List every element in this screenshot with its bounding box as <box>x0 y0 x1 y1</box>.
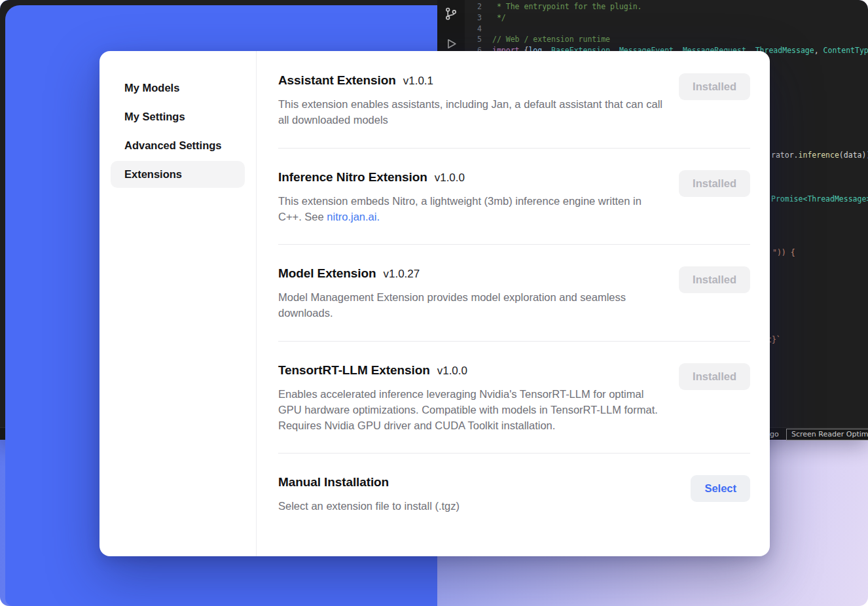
select-file-button[interactable]: Select <box>691 475 750 502</box>
extension-title-line: Assistant Extension v1.0.1 <box>278 73 663 88</box>
extension-name: TensortRT-LLM Extension <box>278 363 430 378</box>
installed-button[interactable]: Installed <box>679 266 750 293</box>
extension-description-text: Model Management Extension provides mode… <box>278 291 626 319</box>
extension-info: Manual Installation Select an extension … <box>278 475 460 514</box>
extensions-panel: Assistant Extension v1.0.1 This extensio… <box>257 51 770 556</box>
installed-button[interactable]: Installed <box>679 170 750 197</box>
installed-button[interactable]: Installed <box>679 73 750 100</box>
extension-info: TensortRT-LLM Extension v1.0.0 Enables a… <box>278 363 663 434</box>
installed-button[interactable]: Installed <box>679 363 750 390</box>
extension-version: v1.0.27 <box>383 268 420 281</box>
source-control-icon[interactable] <box>444 7 458 21</box>
extension-row-tensorrt: TensortRT-LLM Extension v1.0.0 Enables a… <box>278 342 750 454</box>
run-debug-icon[interactable] <box>444 37 458 51</box>
sidebar-item-my-models[interactable]: My Models <box>111 75 245 101</box>
code-line: 4 <box>466 24 868 35</box>
settings-sidebar: My Models My Settings Advanced Settings … <box>99 51 257 556</box>
extension-description: Enables accelerated inference leveraging… <box>278 386 663 434</box>
extension-title-line: Manual Installation <box>278 475 460 490</box>
manual-installation-description-text: Select an extension file to install (.tg… <box>278 500 460 512</box>
extension-info: Inference Nitro Extension v1.0.0 This ex… <box>278 170 663 225</box>
code-line: 3 */ <box>466 12 868 24</box>
extension-title-line: Inference Nitro Extension v1.0.0 <box>278 170 663 185</box>
extension-row-model: Model Extension v1.0.27 Model Management… <box>278 245 750 342</box>
code-line: 5// Web / extension runtime <box>466 34 868 45</box>
desktop: 2 * The entrypoint for the plugin.3 */45… <box>0 0 868 606</box>
sidebar-item-advanced-settings[interactable]: Advanced Settings <box>111 132 245 159</box>
screen-reader-badge[interactable]: Screen Reader Optimize <box>786 429 868 440</box>
code-fragment: rator.inference(data)); <box>771 150 868 160</box>
code-line: 2 * The entrypoint for the plugin. <box>466 1 868 12</box>
status-text: go <box>770 429 779 440</box>
manual-installation-title: Manual Installation <box>278 475 389 490</box>
extension-description: This extension enables assistants, inclu… <box>278 96 663 128</box>
extension-description-text: This extension enables assistants, inclu… <box>278 98 662 126</box>
manual-installation-row: Manual Installation Select an extension … <box>278 454 750 540</box>
settings-modal: My Models My Settings Advanced Settings … <box>99 51 770 556</box>
extension-row-nitro: Inference Nitro Extension v1.0.0 This ex… <box>278 149 750 245</box>
extension-title-line: TensortRT-LLM Extension v1.0.0 <box>278 363 663 378</box>
manual-installation-description: Select an extension file to install (.tg… <box>278 498 460 514</box>
extension-title-line: Model Extension v1.0.27 <box>278 266 663 281</box>
sidebar-item-my-settings[interactable]: My Settings <box>111 103 245 130</box>
extension-description-text: Enables accelerated inference leveraging… <box>278 388 658 432</box>
nitro-jan-ai-link[interactable]: nitro.jan.ai. <box>327 211 380 223</box>
extension-info: Assistant Extension v1.0.1 This extensio… <box>278 73 663 128</box>
extension-name: Inference Nitro Extension <box>278 170 427 185</box>
extension-version: v1.0.0 <box>435 171 465 185</box>
sidebar-item-extensions[interactable]: Extensions <box>111 161 245 188</box>
extension-row-assistant: Assistant Extension v1.0.1 This extensio… <box>278 51 750 149</box>
code-fragment: ")) { <box>772 247 795 258</box>
extension-info: Model Extension v1.0.27 Model Management… <box>278 266 663 321</box>
extension-version: v1.0.0 <box>437 365 467 378</box>
extension-version: v1.0.1 <box>403 75 433 88</box>
code-fragment: Promise<ThreadMessage> <box>771 194 868 204</box>
extension-description: Model Management Extension provides mode… <box>278 289 663 321</box>
extension-name: Assistant Extension <box>278 73 396 88</box>
extension-name: Model Extension <box>278 266 376 281</box>
editor-code-lines: 2 * The entrypoint for the plugin.3 */45… <box>466 1 868 56</box>
extension-description: This extension embeds Nitro, a lightweig… <box>278 193 663 225</box>
